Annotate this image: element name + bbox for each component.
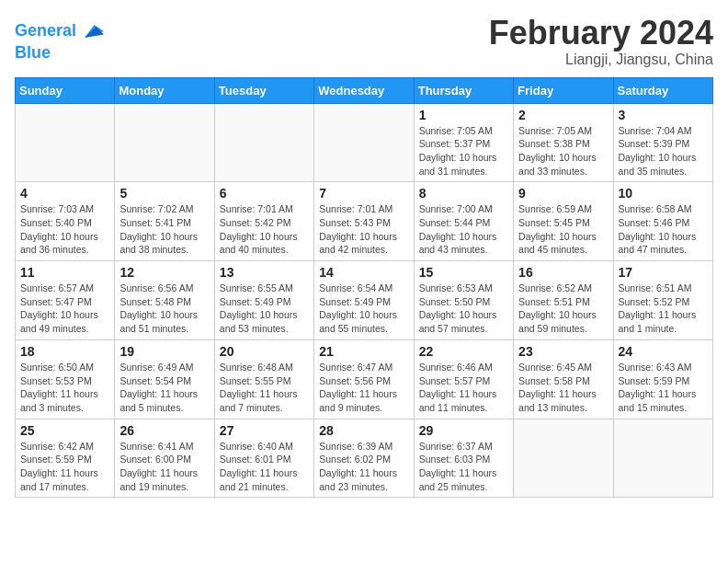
day-info: Sunrise: 6:46 AM Sunset: 5:57 PM Dayligh… [419,361,508,415]
calendar-cell: 23Sunrise: 6:45 AM Sunset: 5:58 PM Dayli… [514,339,613,419]
calendar-cell: 18Sunrise: 6:50 AM Sunset: 5:53 PM Dayli… [16,339,115,419]
calendar-cell [613,419,712,498]
day-number: 11 [20,265,109,280]
calendar-cell: 17Sunrise: 6:51 AM Sunset: 5:52 PM Dayli… [613,261,712,340]
day-number: 28 [319,423,408,438]
logo-icon [78,18,104,44]
day-info: Sunrise: 6:40 AM Sunset: 6:01 PM Dayligh… [220,440,309,494]
day-info: Sunrise: 7:01 AM Sunset: 5:42 PM Dayligh… [220,202,309,257]
calendar-cell [514,419,613,498]
calendar-week-row: 11Sunrise: 6:57 AM Sunset: 5:47 PM Dayli… [16,261,713,340]
page-header: General Blue February 2024 Liangji, Jian… [15,15,713,68]
day-number: 1 [419,108,508,122]
weekday-header-wednesday: Wednesday [314,77,414,103]
day-number: 21 [319,344,408,359]
calendar-cell: 6Sunrise: 7:01 AM Sunset: 5:42 PM Daylig… [214,182,313,261]
calendar-cell: 7Sunrise: 7:01 AM Sunset: 5:43 PM Daylig… [314,182,414,261]
calendar-cell: 4Sunrise: 7:03 AM Sunset: 5:40 PM Daylig… [16,182,115,261]
day-info: Sunrise: 6:59 AM Sunset: 5:45 PM Dayligh… [518,202,608,257]
day-number: 23 [518,344,608,359]
weekday-header-thursday: Thursday [414,77,513,103]
day-number: 18 [20,344,109,359]
calendar-cell: 24Sunrise: 6:43 AM Sunset: 5:59 PM Dayli… [613,339,712,419]
calendar-cell: 1Sunrise: 7:05 AM Sunset: 5:37 PM Daylig… [414,103,513,182]
day-number: 7 [319,186,408,201]
calendar-cell: 5Sunrise: 7:02 AM Sunset: 5:41 PM Daylig… [115,182,214,261]
day-info: Sunrise: 6:47 AM Sunset: 5:56 PM Dayligh… [319,361,408,415]
calendar-cell: 16Sunrise: 6:52 AM Sunset: 5:51 PM Dayli… [514,261,613,340]
page-title: February 2024 [489,15,713,52]
calendar-cell: 28Sunrise: 6:39 AM Sunset: 6:02 PM Dayli… [314,419,414,498]
day-number: 15 [419,265,508,280]
calendar-cell: 3Sunrise: 7:04 AM Sunset: 5:39 PM Daylig… [613,103,712,182]
day-info: Sunrise: 6:49 AM Sunset: 5:54 PM Dayligh… [119,361,209,415]
calendar-cell: 25Sunrise: 6:42 AM Sunset: 5:59 PM Dayli… [16,419,115,498]
day-info: Sunrise: 6:52 AM Sunset: 5:51 PM Dayligh… [518,282,608,336]
calendar-cell: 2Sunrise: 7:05 AM Sunset: 5:38 PM Daylig… [514,103,613,182]
calendar-cell [16,103,115,182]
calendar-week-row: 25Sunrise: 6:42 AM Sunset: 5:59 PM Dayli… [16,419,713,498]
day-info: Sunrise: 6:58 AM Sunset: 5:46 PM Dayligh… [619,202,708,257]
calendar-cell: 8Sunrise: 7:00 AM Sunset: 5:44 PM Daylig… [414,182,513,261]
weekday-header-sunday: Sunday [16,77,115,103]
day-number: 10 [619,186,708,201]
day-info: Sunrise: 6:39 AM Sunset: 6:02 PM Dayligh… [319,440,408,494]
logo: General Blue [15,18,104,63]
calendar-cell [214,103,313,182]
weekday-header-row: SundayMondayTuesdayWednesdayThursdayFrid… [16,77,713,103]
day-number: 13 [220,265,309,280]
calendar-week-row: 1Sunrise: 7:05 AM Sunset: 5:37 PM Daylig… [16,103,713,182]
day-info: Sunrise: 7:01 AM Sunset: 5:43 PM Dayligh… [319,202,408,257]
day-number: 20 [220,344,309,359]
day-info: Sunrise: 6:41 AM Sunset: 6:00 PM Dayligh… [119,440,209,494]
calendar-cell [314,103,414,182]
day-info: Sunrise: 7:02 AM Sunset: 5:41 PM Dayligh… [119,202,209,257]
logo-text: General [15,22,76,40]
calendar-cell: 15Sunrise: 6:53 AM Sunset: 5:50 PM Dayli… [414,261,513,340]
day-info: Sunrise: 6:37 AM Sunset: 6:03 PM Dayligh… [419,440,508,494]
day-number: 5 [119,186,209,201]
day-number: 9 [518,186,608,201]
weekday-header-monday: Monday [115,77,214,103]
day-info: Sunrise: 6:42 AM Sunset: 5:59 PM Dayligh… [20,440,109,494]
day-number: 6 [220,186,309,201]
day-number: 8 [419,186,508,201]
day-info: Sunrise: 7:05 AM Sunset: 5:37 PM Dayligh… [419,124,508,178]
calendar-week-row: 4Sunrise: 7:03 AM Sunset: 5:40 PM Daylig… [16,182,713,261]
calendar-cell: 26Sunrise: 6:41 AM Sunset: 6:00 PM Dayli… [115,419,214,498]
day-info: Sunrise: 6:54 AM Sunset: 5:49 PM Dayligh… [319,282,408,336]
day-number: 27 [220,423,309,438]
calendar-cell: 10Sunrise: 6:58 AM Sunset: 5:46 PM Dayli… [613,182,712,261]
day-number: 25 [20,423,109,438]
day-info: Sunrise: 7:04 AM Sunset: 5:39 PM Dayligh… [619,124,708,178]
calendar-cell [115,103,214,182]
day-number: 19 [119,344,209,359]
day-number: 4 [20,186,109,201]
title-block: February 2024 Liangji, Jiangsu, China [489,15,713,68]
day-info: Sunrise: 7:03 AM Sunset: 5:40 PM Dayligh… [20,202,109,257]
calendar-cell: 21Sunrise: 6:47 AM Sunset: 5:56 PM Dayli… [314,339,414,419]
weekday-header-friday: Friday [514,77,613,103]
day-info: Sunrise: 6:48 AM Sunset: 5:55 PM Dayligh… [220,361,309,415]
day-number: 14 [319,265,408,280]
calendar-cell: 13Sunrise: 6:55 AM Sunset: 5:49 PM Dayli… [214,261,313,340]
day-info: Sunrise: 6:51 AM Sunset: 5:52 PM Dayligh… [619,282,708,336]
day-info: Sunrise: 6:55 AM Sunset: 5:49 PM Dayligh… [220,282,309,336]
day-number: 24 [619,344,708,359]
weekday-header-tuesday: Tuesday [214,77,313,103]
calendar-cell: 27Sunrise: 6:40 AM Sunset: 6:01 PM Dayli… [214,419,313,498]
day-number: 17 [619,265,708,280]
day-number: 3 [619,108,708,122]
day-info: Sunrise: 6:53 AM Sunset: 5:50 PM Dayligh… [419,282,508,336]
day-info: Sunrise: 6:57 AM Sunset: 5:47 PM Dayligh… [20,282,109,336]
calendar-cell: 19Sunrise: 6:49 AM Sunset: 5:54 PM Dayli… [115,339,214,419]
day-number: 29 [419,423,508,438]
day-number: 2 [518,108,608,122]
day-number: 16 [518,265,608,280]
logo-blue-text: Blue [15,44,104,63]
day-info: Sunrise: 7:00 AM Sunset: 5:44 PM Dayligh… [419,202,508,257]
day-info: Sunrise: 6:56 AM Sunset: 5:48 PM Dayligh… [119,282,209,336]
day-number: 12 [119,265,209,280]
day-info: Sunrise: 6:50 AM Sunset: 5:53 PM Dayligh… [20,361,109,415]
page-subtitle: Liangji, Jiangsu, China [489,52,713,68]
